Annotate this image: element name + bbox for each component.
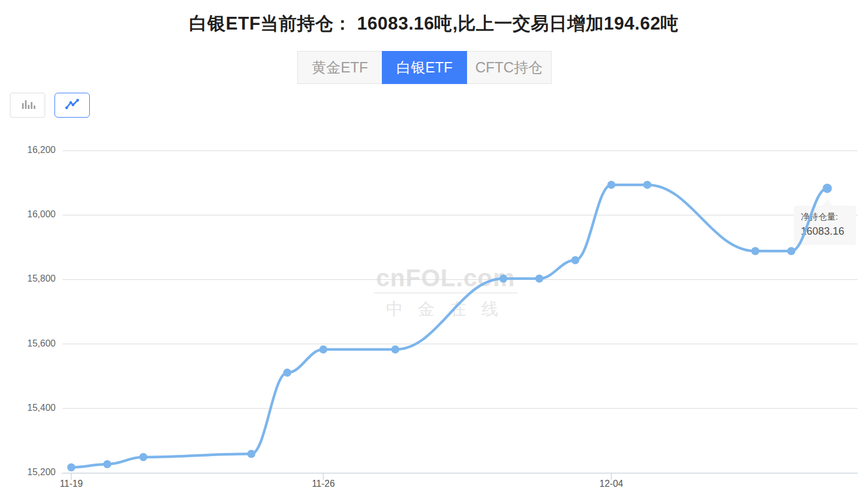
data-point[interactable] [607, 181, 615, 189]
series-points [67, 181, 832, 472]
data-point[interactable] [283, 369, 291, 377]
series-line [71, 185, 827, 468]
data-point[interactable] [787, 247, 796, 255]
data-point[interactable] [67, 464, 75, 472]
data-point[interactable] [139, 453, 147, 461]
data-point[interactable] [643, 181, 651, 189]
data-point[interactable] [391, 345, 399, 353]
data-point[interactable] [752, 247, 760, 255]
data-point[interactable] [499, 275, 508, 283]
data-point[interactable] [247, 450, 256, 458]
data-point[interactable] [823, 184, 832, 193]
data-point[interactable] [103, 460, 111, 468]
chart-series-layer [0, 0, 868, 503]
data-point[interactable] [571, 256, 579, 264]
data-point[interactable] [319, 345, 327, 353]
silver-etf-holdings-page: 白银ETF当前持仓： 16083.16吨,比上一交易日增加194.62吨 黄金E… [0, 0, 868, 503]
data-point[interactable] [535, 275, 544, 283]
